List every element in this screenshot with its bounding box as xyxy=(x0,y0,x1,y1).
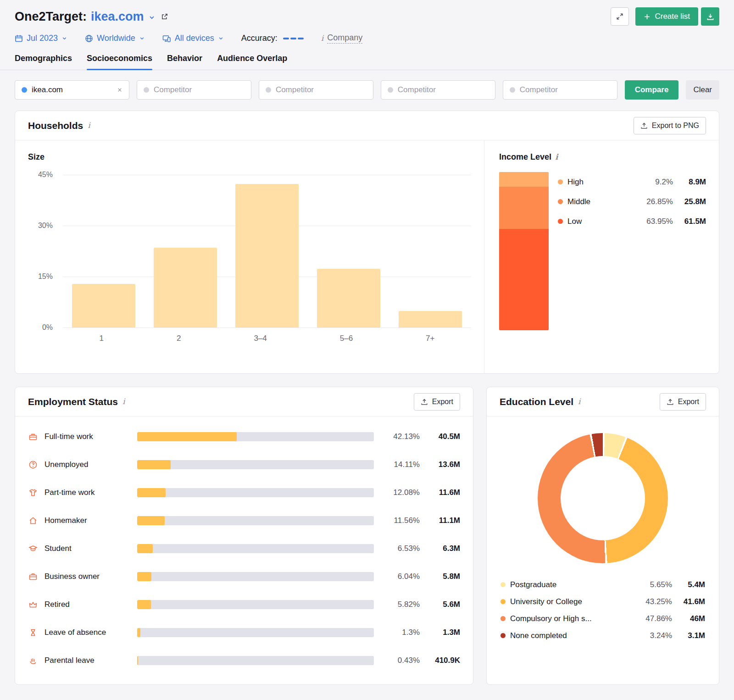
region-filter[interactable]: Worldwide xyxy=(85,33,145,43)
employment-percent: 42.13% xyxy=(380,432,420,441)
employment-export-label: Export xyxy=(432,398,453,406)
info-icon[interactable] xyxy=(555,153,558,161)
company-link[interactable]: Company xyxy=(321,33,362,44)
size-bar xyxy=(72,284,135,328)
tab-audience-overlap[interactable]: Audience Overlap xyxy=(217,54,287,70)
legend-label: None completed xyxy=(510,631,567,640)
create-list-button[interactable]: Create list xyxy=(635,7,698,26)
education-export-label: Export xyxy=(678,398,699,406)
legend-label: High xyxy=(567,178,584,187)
toolbox-icon xyxy=(28,432,38,441)
legend-dot xyxy=(500,616,506,621)
size-bars xyxy=(63,175,471,328)
date-filter[interactable]: Jul 2023 xyxy=(15,33,67,43)
legend-row: University or College 43.25% 41.6M xyxy=(500,593,705,610)
education-donut-wrap xyxy=(500,427,705,566)
income-segment-low xyxy=(499,229,549,330)
info-icon[interactable] xyxy=(122,398,125,406)
target-chip[interactable]: ikea.com xyxy=(15,80,129,100)
download-icon xyxy=(706,13,714,21)
education-body: Postgraduate 5.65% 5.4M University or Co… xyxy=(487,417,719,644)
employment-row: Business owner 6.04% 5.8M xyxy=(28,562,460,590)
page-title: One2Target: ikea.com xyxy=(15,10,168,24)
expand-button[interactable] xyxy=(611,7,629,26)
legend-percent: 43.25% xyxy=(645,597,672,606)
hand-icon xyxy=(28,656,38,665)
employment-label: Student xyxy=(44,544,131,553)
employment-label: Homemaker xyxy=(44,516,131,525)
x-tick: 5–6 xyxy=(340,334,353,343)
x-tick: 3–4 xyxy=(254,334,267,343)
x-tick: 1 xyxy=(99,334,103,343)
legend-percent: 9.2% xyxy=(655,178,673,187)
legend-percent: 5.65% xyxy=(650,580,672,589)
clear-button[interactable]: Clear xyxy=(686,80,719,100)
download-button[interactable] xyxy=(701,7,719,26)
employment-row: Full-time work 42.13% 40.5M xyxy=(28,422,460,450)
employment-card: Employment Status Export Full-time work … xyxy=(15,387,473,685)
employment-value: 5.6M xyxy=(426,600,460,609)
competitor-field-1 xyxy=(137,80,251,100)
households-title: Households xyxy=(28,120,83,131)
legend-dot xyxy=(500,633,506,638)
upload-icon xyxy=(421,398,428,406)
close-icon[interactable] xyxy=(117,87,122,93)
employment-label: Leave of absence xyxy=(44,628,131,637)
employment-percent: 12.08% xyxy=(380,488,420,497)
employment-export-button[interactable]: Export xyxy=(414,393,460,411)
employment-row: Homemaker 11.56% 11.1M xyxy=(28,506,460,534)
income-stacked-bar xyxy=(499,172,549,330)
devices-icon xyxy=(162,34,171,43)
info-icon xyxy=(321,34,323,42)
filter-bar: Jul 2023 Worldwide All devices Accuracy:… xyxy=(15,33,719,44)
households-header: Households Export to PNG xyxy=(15,111,719,140)
chevron-down-icon xyxy=(218,35,224,41)
size-pane: Size 45% 30% 15% 0% xyxy=(15,140,484,373)
info-icon[interactable] xyxy=(578,398,580,406)
income-title: Income Level xyxy=(499,152,551,162)
crown-icon xyxy=(28,600,38,609)
compare-button[interactable]: Compare xyxy=(625,80,679,100)
legend-value: 46M xyxy=(677,614,705,623)
chevron-down-icon[interactable] xyxy=(148,14,156,21)
competitor-input-1[interactable] xyxy=(154,85,245,94)
size-y-axis: 45% 30% 15% 0% xyxy=(28,175,57,328)
export-png-button[interactable]: Export to PNG xyxy=(634,117,706,134)
bottom-section: Employment Status Export Full-time work … xyxy=(15,374,719,685)
competitor-dot xyxy=(266,87,271,93)
employment-value: 410.9K xyxy=(426,656,460,665)
tshirt-icon xyxy=(28,488,38,497)
employment-bar xyxy=(137,432,374,441)
employment-label: Part-time work xyxy=(44,488,131,497)
x-tick: 7+ xyxy=(426,334,434,343)
tab-bar: Demographics Socioeconomics Behavior Aud… xyxy=(0,54,734,70)
tab-behavior[interactable]: Behavior xyxy=(167,54,202,70)
legend-percent: 47.86% xyxy=(645,614,672,623)
external-link-icon[interactable] xyxy=(161,13,168,21)
legend-value: 25.8M xyxy=(678,197,706,206)
page: One2Target: ikea.com Create list Jul 202… xyxy=(0,0,734,685)
competitor-input-2[interactable] xyxy=(276,85,367,94)
competitor-input-4[interactable] xyxy=(520,85,611,94)
accuracy-indicator: Accuracy: xyxy=(241,33,304,43)
chevron-down-icon xyxy=(61,35,67,41)
education-donut xyxy=(538,433,668,563)
competitor-input-3[interactable] xyxy=(398,85,489,94)
legend-row: High 9.2% 8.9M xyxy=(558,172,706,192)
employment-bar xyxy=(137,460,374,469)
employment-bar xyxy=(137,544,374,553)
competitor-dot xyxy=(510,87,515,93)
employment-percent: 11.56% xyxy=(380,516,420,525)
education-export-button[interactable]: Export xyxy=(660,393,706,411)
employment-value: 40.5M xyxy=(426,432,460,441)
tab-demographics[interactable]: Demographics xyxy=(15,54,72,70)
devices-filter[interactable]: All devices xyxy=(162,33,224,43)
size-chart: 45% 30% 15% 0% xyxy=(28,175,471,328)
legend-row: Middle 26.85% 25.8M xyxy=(558,192,706,211)
app-title: One2Target: xyxy=(15,10,87,24)
employment-row: Unemployed 14.11% 13.6M xyxy=(28,450,460,478)
info-icon[interactable] xyxy=(88,122,90,129)
legend-label: Low xyxy=(567,217,582,226)
tab-socioeconomics[interactable]: Socioeconomics xyxy=(87,54,152,70)
legend-label: Compulsory or High s... xyxy=(510,614,592,623)
